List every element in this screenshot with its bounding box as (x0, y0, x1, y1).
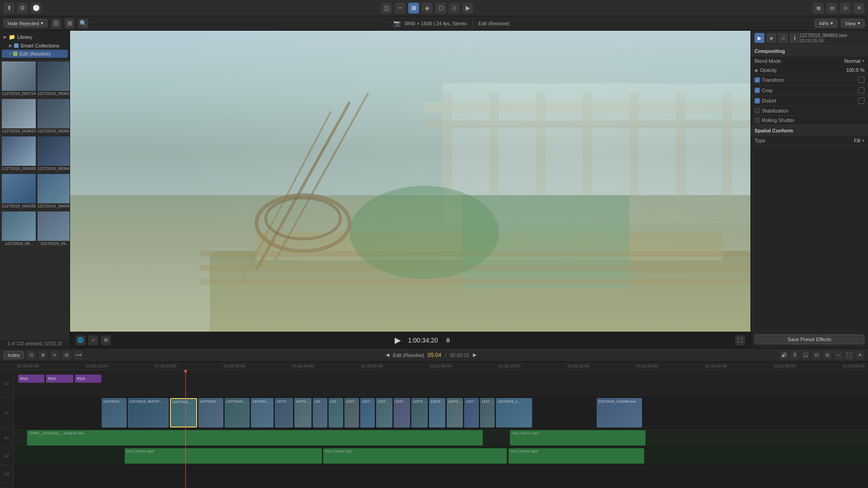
list-item[interactable]: 12277019_0... (170, 398, 197, 427)
distort-expand-icon[interactable] (858, 98, 864, 104)
grid-layout-icon[interactable]: ▦ (813, 3, 824, 14)
play-pause-button[interactable]: ▶ (392, 334, 404, 347)
spatial-conform-header[interactable]: Spatial Conform (751, 125, 868, 136)
save-effects-preset-button[interactable]: Save Preset Effects (755, 334, 864, 344)
audio-mute-icon[interactable]: 🔊 (779, 351, 788, 360)
view-button[interactable]: View ▾ (841, 19, 864, 28)
solo-icon[interactable]: S (790, 351, 799, 360)
transform-checkbox[interactable]: ✓ (755, 77, 760, 83)
list-item[interactable]: Oud_Dance.mp3 (125, 448, 322, 464)
list-item[interactable]: 1227... (394, 398, 410, 427)
timeline-close-icon[interactable]: ✕ (855, 351, 864, 360)
list-item[interactable]: 1227... (464, 398, 479, 427)
list-item[interactable]: 1227... (376, 398, 392, 427)
close-icon[interactable]: ✕ (854, 3, 864, 14)
media-pool-icon[interactable]: ◫ (381, 3, 392, 14)
list-item[interactable]: 12272019_1... (496, 398, 532, 427)
snap-icon[interactable]: ↔ (834, 351, 843, 360)
filter-inspector-icon[interactable]: ◈ (766, 33, 776, 43)
list-item[interactable]: 12272019_0... (251, 398, 274, 427)
hide-rejected-button[interactable]: Hide Rejected ▾ (4, 19, 47, 28)
headphones-icon[interactable]: 🎧 (801, 351, 810, 360)
list-item[interactable]: 12272... (429, 398, 445, 427)
clock-icon[interactable]: 🕐 (31, 3, 42, 14)
timeline-next-icon[interactable]: ▶ (473, 352, 476, 358)
list-item[interactable]: Oud_Dance.mp3 (509, 448, 644, 464)
list-item[interactable]: 1227... (344, 398, 359, 427)
info-inspector-icon[interactable]: ℹ (790, 33, 800, 43)
list-item[interactable]: 12272... (447, 398, 463, 427)
list-item[interactable]: 12272019_094049 (38, 174, 70, 210)
list-item[interactable]: 12272019_09... (38, 211, 70, 247)
filter-icon[interactable]: ☰ (51, 19, 61, 28)
track-more-icon[interactable]: ⊟ (62, 351, 71, 360)
smart-collections-item[interactable]: ▶ Smart Collections (2, 42, 68, 50)
list-item[interactable]: 12272... (275, 398, 293, 427)
list-item[interactable]: Oud_Dance.mp3 (323, 448, 507, 464)
settings-icon[interactable]: ⚙ (17, 3, 28, 14)
spatial-conform-type-value[interactable]: Fill ▾ (854, 138, 864, 143)
list-item[interactable]: 12272019_093949 (38, 136, 70, 172)
audio-icon[interactable]: ♫ (449, 3, 460, 14)
list-item[interactable]: 12272019_093724 (2, 61, 36, 97)
audio-settings-icon[interactable]: ⊡ (812, 351, 821, 360)
list-item[interactable]: 78389__inchadney__seagulls.wav (27, 430, 483, 446)
crop-checkbox[interactable]: ✓ (755, 88, 760, 93)
zoom-button[interactable]: 44% ▾ (815, 19, 837, 28)
panel-layout-icon[interactable]: ⊡ (840, 3, 851, 14)
list-item[interactable]: 12272019_094032 (2, 174, 36, 210)
list-item[interactable]: Rich (75, 375, 101, 383)
rolling-shutter-checkbox[interactable] (755, 117, 760, 123)
edit-icon[interactable]: ⊞ (408, 3, 419, 14)
crop-tool-icon[interactable]: ⊞ (101, 335, 111, 345)
search-icon[interactable]: 🔍 (78, 19, 88, 28)
list-item[interactable]: 1227... (360, 398, 375, 427)
list-view-icon[interactable]: ⊞ (65, 19, 75, 28)
list-item[interactable]: 12272... (294, 398, 311, 427)
list-item[interactable]: 12272... (411, 398, 428, 427)
library-item[interactable]: ▶ 📁 Library (2, 33, 68, 42)
list-item[interactable]: 12272019_08... (198, 398, 223, 427)
fusion-icon[interactable]: ◈ (422, 3, 433, 14)
zoom-fit-icon[interactable]: ⊟ (823, 351, 832, 360)
list-layout-icon[interactable]: ▤ (826, 3, 837, 14)
list-item[interactable]: 12272019_09... (2, 211, 36, 247)
list-item[interactable]: 12272019... (102, 398, 127, 427)
pause-button[interactable]: ⏸ (442, 334, 454, 347)
deliver-icon[interactable]: ▶ (462, 3, 473, 14)
list-item[interactable]: Rich (18, 375, 44, 383)
crop-expand-icon[interactable] (858, 87, 864, 94)
list-item[interactable]: 12272019_110158.mov (597, 398, 642, 427)
track-arrow-icon[interactable]: ⟶ (74, 351, 83, 360)
blend-mode-value[interactable]: Normal ▾ (844, 58, 864, 64)
track-height-icon[interactable]: ⊞ (38, 351, 47, 360)
list-item[interactable]: 1227... (480, 398, 495, 427)
stabilization-checkbox[interactable] (755, 108, 760, 113)
color-icon[interactable]: ⬡ (435, 3, 446, 14)
timeline-prev-icon[interactable]: ◀ (386, 352, 389, 358)
list-item[interactable]: 12272019_093833 (2, 99, 36, 135)
transform-icon[interactable]: ⤢ (88, 335, 98, 345)
cut-icon[interactable]: ✂ (395, 3, 406, 14)
list-item[interactable]: Oud_Dance.mp3 (510, 430, 646, 446)
list-item[interactable]: 12272019_08... (225, 398, 250, 427)
list-item[interactable]: 122... (329, 398, 343, 427)
edit-resolve-item[interactable]: ▾ Edit (Resolve) (2, 50, 68, 58)
opacity-value[interactable]: 100.0 % (846, 67, 864, 73)
transform-expand-icon[interactable] (858, 77, 864, 83)
audio-inspector-icon[interactable]: ♫ (778, 33, 788, 43)
list-item[interactable]: 12272019_093939 (2, 136, 36, 172)
video-inspector-icon[interactable]: ▶ (755, 33, 764, 43)
upload-icon[interactable]: ⬆ (4, 3, 14, 14)
list-item[interactable]: 12272019_093813 (38, 61, 70, 97)
list-item[interactable]: 12272019_093904 (38, 99, 70, 135)
track-layout-icon[interactable]: ⊡ (27, 351, 36, 360)
timeline-expand-icon[interactable]: ⛶ (844, 351, 854, 360)
index-button[interactable]: Index (4, 351, 24, 359)
list-item[interactable]: 122... (313, 398, 327, 427)
compositing-section-header[interactable]: Compositing (751, 46, 868, 56)
fullscreen-icon[interactable]: ⛶ (735, 335, 745, 345)
globe-icon[interactable]: 🌐 (75, 335, 85, 345)
list-item[interactable]: Rich (46, 375, 73, 383)
list-item[interactable]: 12272019_084737.mov (128, 398, 169, 427)
